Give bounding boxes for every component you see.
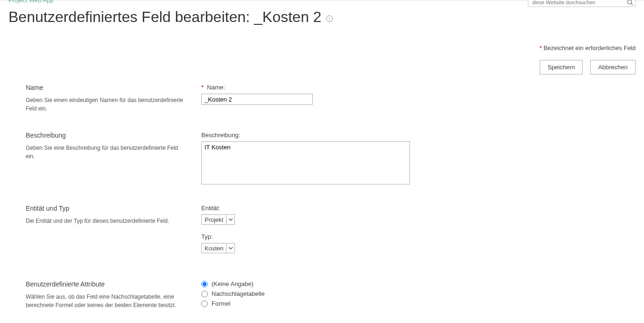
description-textarea[interactable] — [201, 141, 410, 184]
section-description: Beschreibung Geben Sie eine Beschreibung… — [26, 132, 636, 205]
attr-option-none[interactable]: (Keine Angabe) — [201, 280, 636, 287]
save-button[interactable]: Speichern — [540, 60, 583, 74]
page-title: Benutzerdefiniertes Feld bearbeiten: _Ko… — [8, 8, 322, 26]
search-icon[interactable] — [627, 0, 633, 6]
attr-option-formula[interactable]: Formel — [201, 300, 636, 307]
entity-select-value: Projekt — [202, 216, 226, 223]
attr-label-lookup: Nachschlagetabelle — [212, 290, 264, 297]
chevron-down-icon — [226, 243, 234, 253]
svg-line-1 — [631, 4, 633, 6]
required-asterisk: * — [540, 44, 542, 51]
section-name: Name Geben Sie einen eindeutigen Namen f… — [26, 84, 636, 132]
type-field-label: Typ: — [201, 233, 636, 240]
svg-point-0 — [628, 0, 632, 4]
attr-option-lookup[interactable]: Nachschlagetabelle — [201, 290, 636, 297]
section-name-title: Name — [26, 84, 187, 91]
section-entity-title: Entität und Typ — [26, 205, 187, 212]
type-select-value: Kosten — [202, 245, 226, 252]
name-input[interactable] — [201, 94, 313, 105]
section-description-title: Beschreibung — [26, 132, 187, 139]
section-attrs-title: Benutzerdefinierte Attribute — [26, 280, 187, 288]
section-attrs-desc: Wählen Sie aus, ob das Feld eine Nachsch… — [26, 293, 187, 309]
entity-field-label: Entität: — [201, 205, 636, 212]
required-note: Bezeichnet ein erforderliches Feld — [543, 44, 636, 51]
required-asterisk: * — [201, 84, 204, 91]
cancel-button[interactable]: Abbrechen — [590, 60, 636, 74]
attr-radio-formula[interactable] — [201, 301, 208, 307]
type-select[interactable]: Kosten — [201, 243, 235, 253]
breadcrumb-link[interactable]: Project Web App — [8, 0, 54, 4]
attr-radio-none[interactable] — [201, 281, 208, 287]
description-field-label: Beschreibung: — [201, 132, 636, 139]
attr-radio-lookup[interactable] — [201, 291, 208, 297]
attr-label-none: (Keine Angabe) — [212, 280, 254, 287]
chevron-down-icon — [226, 215, 234, 224]
section-description-desc: Geben Sie eine Beschreibung für das benu… — [26, 144, 187, 161]
search-input[interactable] — [532, 0, 627, 5]
attr-label-formula: Formel — [212, 300, 230, 307]
name-field-label: Name: — [207, 84, 225, 91]
section-custom-attributes: Benutzerdefinierte Attribute Wählen Sie … — [26, 280, 636, 310]
section-entity-desc: Die Entität und der Typ für dieses benut… — [26, 217, 187, 225]
search-box[interactable] — [528, 0, 636, 7]
info-icon[interactable]: i — [326, 15, 333, 22]
section-entity-type: Entität und Typ Die Entität und der Typ … — [26, 205, 636, 280]
entity-select[interactable]: Projekt — [201, 214, 235, 225]
section-name-desc: Geben Sie einen eindeutigen Namen für da… — [26, 96, 187, 113]
